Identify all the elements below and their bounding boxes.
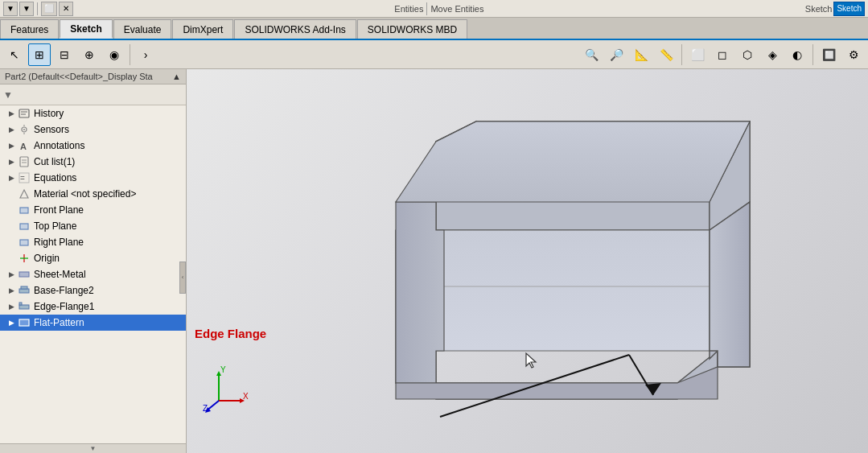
sensors-label: Sensors (34, 124, 69, 135)
svg-rect-0 (19, 109, 29, 117)
tree-item-sensors[interactable]: ▶ Sensors (0, 121, 186, 138)
svg-rect-20 (19, 289, 29, 293)
tab-bar: Features Sketch Evaluate DimXpert SOLIDW… (0, 18, 868, 40)
tree-item-history[interactable]: ▶ History (0, 105, 186, 121)
annotations-icon: A (18, 139, 31, 152)
svg-rect-21 (21, 286, 27, 289)
tab-dimxpert[interactable]: DimXpert (172, 19, 233, 39)
front-plane-label: Front Plane (34, 204, 84, 216)
origin-icon (18, 252, 31, 265)
select-tool[interactable]: ↖ (3, 43, 26, 66)
zoom-in-icon[interactable]: 🔍 (580, 43, 603, 66)
equations-icon: = (18, 171, 31, 184)
filter-bar[interactable]: ▼ (0, 84, 186, 105)
material-icon (18, 187, 31, 200)
top-toolbar: ▼ ▼ ⬜ ✕ Entities Move Entities Sketch Sk… (0, 0, 868, 18)
tree-item-base-flange[interactable]: ▶ Base-Flange2 (0, 282, 186, 299)
edge-flange-icon (18, 300, 31, 313)
panel-collapse-handle[interactable]: ‹ (179, 262, 186, 294)
toolbar-sep-3 (812, 44, 813, 65)
svg-marker-13 (20, 190, 28, 198)
quick-access[interactable]: ▼ (19, 2, 34, 16)
svg-rect-8 (20, 157, 28, 167)
origin-tool[interactable]: ⊕ (78, 43, 101, 66)
section-icon[interactable]: ◈ (761, 43, 784, 66)
circle-tool[interactable]: ◉ (103, 43, 125, 66)
expand-sensors[interactable]: ▶ (6, 125, 16, 134)
cutlist-label: Cut list(1) (34, 156, 75, 167)
scroll-down-btn[interactable]: ▼ (0, 443, 186, 453)
zoom-out-icon[interactable]: 🔎 (605, 43, 627, 66)
right-plane-label: Right Plane (34, 237, 84, 248)
expand-equations[interactable]: ▶ (6, 173, 16, 183)
tree-item-cutlist[interactable]: ▶ Cut list(1) (0, 154, 186, 170)
settings-icon[interactable]: ⚙ (842, 43, 865, 66)
grid-tool[interactable]: ⊞ (28, 43, 51, 66)
front-plane-icon (18, 204, 31, 216)
svg-marker-32 (436, 230, 710, 351)
toolbar-label-sketch: Sketch (805, 4, 833, 14)
tab-features[interactable]: Features (0, 19, 59, 39)
view-orient-icon[interactable]: 🔲 (817, 43, 840, 66)
tab-sketch[interactable]: Sketch (60, 19, 112, 39)
expand-cutlist[interactable]: ▶ (6, 157, 16, 167)
expand-annotations[interactable]: ▶ (6, 141, 16, 150)
tab-addins[interactable]: SOLIDWORKS Add-Ins (234, 19, 356, 39)
separator-1 (37, 2, 38, 15)
ruler-icon[interactable]: 📏 (655, 43, 677, 66)
expand-top (6, 221, 16, 231)
sensors-icon (18, 123, 31, 136)
tree-item-sheet-metal[interactable]: ▶ Sheet-Metal (0, 266, 186, 282)
cursor-indicator (525, 352, 539, 373)
edge-flange-annotation: Edge Flange (195, 327, 266, 340)
smart-tool[interactable]: ⊟ (53, 43, 76, 66)
svg-text:Z: Z (203, 404, 208, 413)
tree-item-right-plane[interactable]: Right Plane (0, 234, 186, 250)
flat-pattern-icon (18, 316, 31, 329)
viewport[interactable]: Edge Flange Y X Z (187, 69, 868, 453)
tab-mbd[interactable]: SOLIDWORKS MBD (357, 19, 467, 39)
sketch-btn[interactable]: Sketch (833, 2, 865, 16)
expand-base-flange[interactable]: ▶ (6, 286, 16, 295)
realview-icon[interactable]: ◐ (786, 43, 808, 66)
expand-edge-flange[interactable]: ▶ (6, 302, 16, 311)
expand-material (6, 189, 16, 199)
shaded-icon[interactable]: ◻ (711, 43, 734, 66)
sep2 (426, 2, 427, 15)
filter-icon: ▼ (3, 89, 13, 101)
svg-rect-16 (20, 240, 28, 245)
toolbar-sep-1 (130, 44, 130, 65)
tree-item-front-plane[interactable]: Front Plane (0, 202, 186, 218)
base-flange-label: Base-Flange2 (34, 285, 94, 296)
main-area: Part2 (Default<<Default>_Display Sta ▲ ▼… (0, 69, 868, 453)
right-plane-icon (18, 236, 31, 249)
tree-item-annotations[interactable]: ▶ A Annotations (0, 138, 186, 154)
tree-item-flat-pattern[interactable]: ▶ Flat-Pattern (0, 315, 186, 331)
svg-marker-53 (526, 353, 536, 368)
expand-sheet-metal[interactable]: ▶ (6, 270, 16, 279)
part-header: Part2 (Default<<Default>_Display Sta ▲ (0, 69, 186, 84)
tab-evaluate[interactable]: Evaluate (113, 19, 172, 39)
display-icon[interactable]: ⬜ (686, 43, 709, 66)
tree-item-origin[interactable]: Origin (0, 250, 186, 266)
restore-button[interactable]: ⬜ (41, 2, 57, 16)
more-tool[interactable]: › (134, 43, 157, 66)
left-panel: Part2 (Default<<Default>_Display Sta ▲ ▼… (0, 69, 187, 453)
tree-item-edge-flange[interactable]: ▶ Edge-Flange1 (0, 299, 186, 315)
tree-item-material[interactable]: Material <not specified> (0, 186, 186, 202)
wireframe-icon[interactable]: ⬡ (736, 43, 759, 66)
svg-point-4 (23, 129, 25, 130)
menu-button[interactable]: ▼ (3, 2, 18, 16)
3d-shape-svg (187, 69, 868, 453)
svg-rect-15 (20, 224, 28, 229)
flat-pattern-label: Flat-Pattern (34, 317, 84, 328)
expand-flat-pattern[interactable]: ▶ (6, 318, 16, 327)
measure-icon[interactable]: 📐 (630, 43, 652, 66)
svg-text:X: X (243, 392, 249, 401)
sketch-toolbar: ↖ ⊞ ⊟ ⊕ ◉ › 🔍 🔎 📐 📏 ⬜ ◻ ⬡ ◈ ◐ 🔲 ⚙ (0, 40, 868, 69)
tree-item-equations[interactable]: ▶ = Equations (0, 170, 186, 186)
top-plane-label: Top Plane (34, 220, 76, 232)
tree-item-top-plane[interactable]: Top Plane (0, 218, 186, 234)
close-button[interactable]: ✕ (59, 2, 73, 16)
expand-history[interactable]: ▶ (6, 109, 16, 118)
